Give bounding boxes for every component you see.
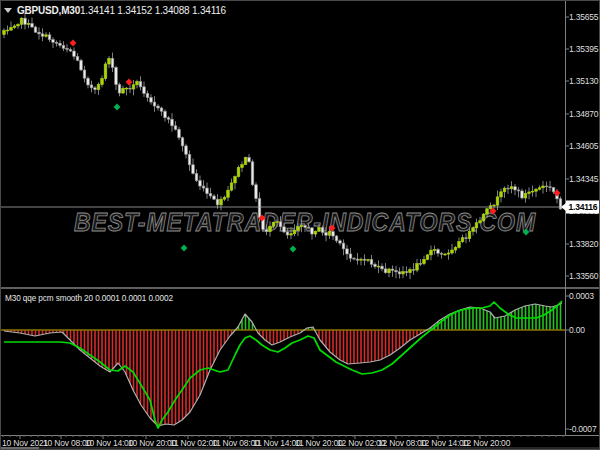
time-axis-label: 12 Nov 20:00	[462, 438, 511, 448]
histogram-bar-negative	[203, 330, 205, 386]
candle-body-bear	[167, 118, 170, 119]
histogram-bar-negative	[273, 330, 275, 344]
histogram-bar-negative	[395, 330, 397, 351]
histogram-bar-negative	[108, 330, 110, 371]
candle-body-bear	[283, 227, 286, 232]
candle-body-bear	[118, 85, 121, 93]
candle-body-bull	[496, 197, 499, 205]
candle-body-bull	[122, 88, 125, 93]
histogram-bar-positive	[560, 304, 562, 330]
histogram-bar-negative	[402, 330, 404, 346]
candle-body-bear	[216, 199, 219, 205]
price-axis-label: 1.35655	[569, 12, 599, 22]
histogram-bar-positive	[465, 308, 467, 330]
price-axis-label: 1.35395	[569, 44, 599, 54]
histogram-bar-negative	[171, 330, 173, 425]
candle-body-bear	[391, 269, 394, 270]
candle-body-bull	[409, 270, 412, 273]
candle-body-bear	[94, 88, 97, 90]
histogram-bar-negative	[276, 330, 278, 343]
candle-body-bear	[370, 260, 373, 265]
candle-body-bear	[353, 258, 356, 259]
candle-body-bear	[139, 82, 142, 87]
candle-body-bear	[174, 126, 177, 130]
histogram-bar-negative	[38, 330, 40, 335]
candle-body-bull	[423, 259, 426, 263]
price-axis-label: 1.33820	[569, 239, 599, 249]
candle-body-bear	[34, 27, 37, 32]
candle-body-bear	[143, 87, 146, 94]
candle-body-bull	[538, 188, 541, 189]
histogram-bar-negative	[206, 330, 208, 378]
candle-body-bear	[73, 51, 76, 56]
candle-body-bear	[87, 78, 90, 85]
histogram-bar-negative	[122, 330, 124, 369]
candle-body-bear	[213, 196, 216, 199]
indicator-axis-label: -0.0007	[569, 424, 597, 434]
histogram-bar-negative	[388, 330, 390, 356]
histogram-bar-negative	[378, 330, 380, 360]
candle-body-bear	[304, 226, 307, 228]
candle-body-bull	[27, 23, 30, 24]
histogram-bar-negative	[129, 330, 131, 383]
price-axis-label: 1.35130	[569, 76, 599, 86]
candle-body-bear	[412, 270, 415, 271]
histogram-bar-negative	[178, 330, 180, 422]
candle-body-bear	[206, 188, 209, 194]
time-axis-label: 11 Nov 20:00	[295, 438, 343, 448]
candle-body-bull	[223, 197, 226, 199]
candle-body-bear	[342, 243, 345, 249]
candle-body-bear	[111, 58, 114, 67]
histogram-bar-positive	[483, 309, 485, 330]
indicator-axis-label: 0.00	[569, 325, 585, 335]
candle-body-bear	[405, 272, 408, 273]
histogram-bar-positive	[476, 308, 478, 330]
candle-body-bear	[48, 35, 51, 40]
histogram-bar-negative	[133, 330, 135, 391]
candle-body-bull	[486, 209, 489, 214]
candle-body-bull	[479, 221, 482, 223]
candle-body-bear	[41, 34, 44, 36]
candle-body-bull	[276, 222, 279, 223]
candle-body-bull	[475, 223, 478, 228]
time-axis-label: 11 Nov 14:00	[253, 438, 301, 448]
histogram-bar-negative	[77, 330, 79, 348]
candle-body-bull	[318, 227, 321, 231]
histogram-bar-negative	[399, 330, 401, 348]
histogram-bar-negative	[213, 330, 215, 362]
candle-body-bull	[101, 79, 104, 85]
histogram-bar-positive	[518, 309, 520, 330]
candle-body-bear	[332, 232, 335, 236]
histogram-bar-negative	[332, 330, 334, 354]
candle-body-bull	[97, 85, 100, 90]
candle-body-bull	[542, 186, 545, 188]
candle-body-bear	[171, 119, 174, 126]
histogram-bar-negative	[192, 330, 194, 407]
candle-body-bear	[31, 23, 34, 27]
histogram-bar-negative	[325, 330, 327, 347]
histogram-bar-negative	[119, 330, 121, 365]
histogram-bar-negative	[360, 330, 362, 363]
candle-body-bull	[13, 26, 16, 27]
watermark-text: BEST-METATRADER-INDICATORS.COM	[74, 207, 536, 237]
candle-body-bear	[395, 270, 398, 271]
histogram-bar-positive	[504, 316, 506, 330]
candle-body-bull	[451, 250, 454, 253]
candle-body-bull	[528, 192, 531, 193]
candle-body-bear	[346, 249, 349, 254]
histogram-bar-negative	[392, 330, 394, 353]
candle-body-bear	[517, 190, 520, 191]
histogram-bar-negative	[115, 330, 117, 365]
candle-body-bear	[521, 191, 524, 198]
candle-body-bear	[83, 70, 86, 78]
histogram-bar-negative	[35, 330, 37, 336]
candle-body-bull	[388, 269, 391, 273]
histogram-bar-negative	[374, 330, 376, 361]
candle-body-bull	[45, 35, 48, 37]
candle-body-bull	[227, 190, 230, 197]
histogram-bar-negative	[157, 330, 159, 426]
candle-body-bull	[300, 226, 303, 227]
histogram-bar-negative	[199, 330, 201, 395]
candle-body-bull	[367, 260, 370, 261]
histogram-bar-negative	[346, 330, 348, 364]
